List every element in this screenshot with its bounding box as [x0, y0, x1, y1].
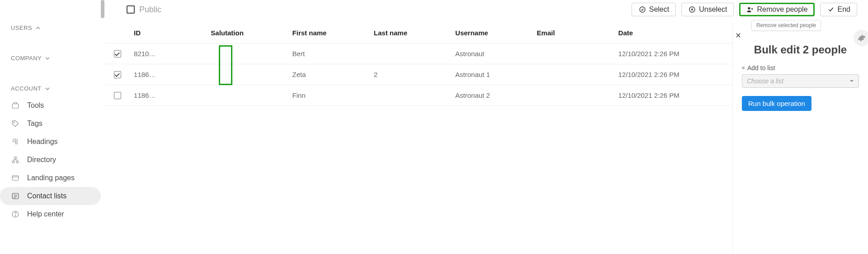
select-placeholder: Choose a list — [747, 77, 783, 85]
sidebar-item-contact-lists[interactable]: Contact lists — [0, 187, 101, 205]
briefcase-icon — [11, 101, 20, 110]
cell-id: 1186… — [130, 85, 207, 106]
check-icon — [827, 5, 835, 14]
close-panel-button[interactable] — [731, 28, 745, 43]
end-button[interactable]: End — [820, 3, 857, 16]
cell-username: Astronaut 1 — [452, 64, 533, 85]
select-button[interactable]: Select — [632, 3, 676, 16]
sidebar-scrollbar[interactable] — [101, 0, 104, 254]
svg-rect-5 — [12, 176, 19, 181]
sitemap-icon — [11, 155, 20, 164]
button-label: Remove people — [757, 5, 807, 14]
col-email[interactable]: Email — [533, 23, 614, 43]
add-to-list-label: Add to list — [742, 64, 859, 72]
cell-id: 1186… — [130, 64, 207, 85]
public-label: Public — [139, 5, 161, 14]
sidebar-item-label: Contact lists — [27, 192, 66, 200]
row-checkbox[interactable] — [114, 71, 121, 78]
toolbar: Public Select Unselect Remove people En — [105, 0, 868, 23]
sidebar: USERS COMPANY ACCOUNT Tools Tags Heading… — [0, 0, 105, 254]
cell-date: 12/10/2021 2:26 PM — [615, 64, 732, 85]
nav-section-label: COMPANY — [11, 55, 42, 62]
run-bulk-operation-button[interactable]: Run bulk operation — [742, 96, 811, 111]
x-circle-icon — [688, 5, 696, 14]
checkbox-icon — [127, 5, 135, 14]
sidebar-item-label: Tools — [27, 101, 44, 110]
button-label: Unselect — [699, 5, 727, 14]
col-username[interactable]: Username — [452, 23, 533, 43]
list-icon — [11, 192, 20, 201]
svg-point-8 — [15, 216, 15, 216]
main-content: Public Select Unselect Remove people En — [105, 0, 868, 254]
paragraph-icon — [11, 137, 20, 146]
cell-first-name: Bert — [289, 43, 370, 64]
sidebar-item-label: Help center — [27, 210, 64, 218]
svg-point-9 — [640, 7, 645, 12]
help-icon — [11, 210, 20, 219]
col-last-name[interactable]: Last name — [370, 23, 452, 43]
svg-point-1 — [14, 122, 14, 123]
svg-rect-3 — [12, 161, 14, 163]
svg-rect-2 — [14, 157, 17, 158]
svg-rect-0 — [12, 104, 19, 108]
remove-people-button[interactable]: Remove people — [739, 3, 814, 16]
sidebar-item-headings[interactable]: Headings — [0, 133, 101, 151]
sidebar-item-help-center[interactable]: Help center — [0, 205, 101, 223]
cell-date: 12/10/2021 2:26 PM — [615, 85, 732, 106]
cell-last-name — [370, 85, 452, 106]
panel-title: Bulk edit 2 people — [742, 43, 859, 56]
cell-last-name — [370, 43, 452, 64]
scrollbar-thumb[interactable] — [101, 0, 104, 18]
col-first-name[interactable]: First name — [289, 23, 370, 43]
table-row[interactable]: 1186…Zeta2Astronaut 112/10/2021 2:26 PM — [105, 64, 732, 85]
row-checkbox[interactable] — [114, 92, 121, 99]
tag-icon — [11, 119, 20, 128]
nav-section-label: USERS — [11, 24, 32, 31]
user-x-icon — [746, 5, 754, 14]
col-date[interactable]: Date — [615, 23, 732, 43]
nav-section-users[interactable]: USERS — [0, 20, 104, 36]
cell-username: Astronaut 2 — [452, 85, 533, 106]
cell-email — [533, 43, 614, 64]
nav-section-company[interactable]: COMPANY — [0, 50, 104, 66]
bulk-edit-panel: Bulk edit 2 people Add to list Choose a … — [732, 23, 868, 254]
button-label: Select — [649, 5, 669, 14]
svg-point-11 — [748, 7, 750, 10]
col-salutation[interactable]: Salutation — [207, 23, 288, 43]
cell-salutation — [207, 43, 288, 64]
sidebar-item-label: Directory — [27, 156, 56, 164]
public-toggle[interactable]: Public — [127, 5, 161, 14]
cell-id: 8210… — [130, 43, 207, 64]
chevron-down-icon — [45, 86, 50, 91]
chevron-down-icon — [849, 79, 854, 83]
sidebar-item-directory[interactable]: Directory — [0, 151, 101, 169]
window-icon — [11, 173, 20, 182]
chevron-up-icon — [36, 26, 40, 30]
cell-first-name: Finn — [289, 85, 370, 106]
unselect-button[interactable]: Unselect — [681, 3, 734, 16]
cell-first-name: Zeta — [289, 64, 370, 85]
col-id[interactable]: ID — [130, 23, 207, 43]
nav-section-account[interactable]: ACCOUNT — [0, 81, 104, 96]
close-icon — [735, 32, 741, 38]
people-table: ID Salutation First name Last name Usern… — [105, 23, 732, 254]
row-checkbox[interactable] — [114, 50, 121, 58]
gear-icon — [858, 34, 866, 42]
table-row[interactable]: 8210…BertAstronaut12/10/2021 2:26 PM — [105, 43, 732, 64]
table-header-row: ID Salutation First name Last name Usern… — [105, 23, 732, 43]
cell-salutation — [207, 85, 288, 106]
panel-settings-button[interactable] — [854, 30, 868, 46]
sidebar-item-label: Headings — [27, 138, 58, 146]
nav-section-label: ACCOUNT — [11, 85, 42, 92]
choose-list-select[interactable]: Choose a list — [742, 74, 859, 88]
cell-email — [533, 64, 614, 85]
cell-username: Astronaut — [452, 43, 533, 64]
cell-email — [533, 85, 614, 106]
cell-last-name: 2 — [370, 64, 452, 85]
sidebar-item-label: Landing pages — [27, 174, 75, 182]
sidebar-item-label: Tags — [27, 120, 42, 128]
table-row[interactable]: 1186…FinnAstronaut 212/10/2021 2:26 PM — [105, 85, 732, 106]
sidebar-item-tools[interactable]: Tools — [0, 96, 101, 115]
sidebar-item-tags[interactable]: Tags — [0, 115, 101, 133]
sidebar-item-landing-pages[interactable]: Landing pages — [0, 169, 101, 187]
